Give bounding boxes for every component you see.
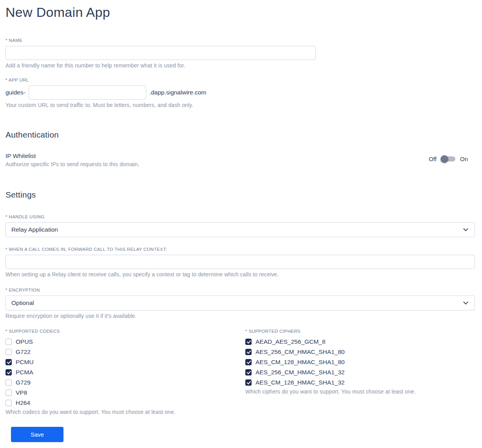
checkbox-icon[interactable] [245, 369, 252, 375]
checkbox-icon[interactable] [5, 400, 12, 406]
cipher-option-label: AES_CM_128_HMAC_SHA1_32 [255, 379, 344, 386]
codec-option-label: OPUS [16, 338, 33, 345]
name-help: Add a friendly name for this number to h… [5, 62, 475, 69]
checkbox-icon[interactable] [245, 349, 252, 355]
encryption-value: Optional [11, 299, 34, 307]
ip-whitelist-text: IP Whitelist Authorize specific IPs to s… [5, 152, 140, 167]
app-url-row: guides- .dapp.signalwire.com [5, 85, 475, 100]
page-title: New Domain App [5, 5, 475, 20]
app-url-suffix: .dapp.signalwire.com [149, 89, 207, 96]
codec-option-vp8[interactable]: VP8 [5, 388, 245, 398]
relay-context-label: * WHEN A CALL COMES IN, FORWARD CALL TO … [5, 247, 475, 252]
cipher-option-aes-cm-128-hmac-sha1-32[interactable]: AES_CM_128_HMAC_SHA1_32 [245, 377, 475, 388]
checkbox-icon[interactable] [5, 349, 12, 355]
handle-using-value: Relay Application [11, 226, 58, 233]
ip-whitelist-label: IP Whitelist [5, 152, 140, 160]
checkbox-icon[interactable] [5, 390, 12, 396]
codec-option-label: H264 [16, 399, 30, 406]
encryption-field: * ENCRYPTION Optional Require encryption… [5, 288, 475, 319]
ip-whitelist-help: Authorize specific IPs to send requests … [5, 161, 140, 167]
checkbox-icon[interactable] [245, 359, 252, 365]
cipher-option-label: AEAD_AES_256_GCM_8 [255, 338, 325, 345]
cipher-option-label: AES_256_CM_HMAC_SHA1_32 [255, 369, 344, 376]
name-field: * NAME Add a friendly name for this numb… [5, 38, 475, 69]
codec-option-label: PCMU [16, 359, 34, 366]
app-url-field: * APP URL guides- .dapp.signalwire.com Y… [5, 78, 475, 108]
relay-context-input[interactable] [5, 255, 475, 269]
codec-option-label: G722 [16, 348, 31, 355]
relay-context-help: When setting up a Relay client to receiv… [5, 271, 475, 278]
checkbox-icon[interactable] [245, 379, 252, 386]
chevron-down-icon [463, 299, 468, 305]
supported-codecs-label: * SUPPORTED CODECS [5, 329, 245, 334]
codec-option-label: VP8 [16, 389, 27, 396]
app-url-label: * APP URL [5, 78, 475, 82]
codec-option-g729[interactable]: G729 [5, 377, 245, 388]
checkbox-icon[interactable] [5, 339, 12, 345]
encryption-label: * ENCRYPTION [5, 288, 475, 292]
codec-option-g722[interactable]: G722 [5, 347, 245, 357]
toggle-on-label: On [460, 156, 468, 162]
codec-option-opus[interactable]: OPUS [5, 337, 245, 347]
codec-option-pcma[interactable]: PCMA [5, 367, 245, 377]
relay-context-field: * WHEN A CALL COMES IN, FORWARD CALL TO … [5, 247, 475, 278]
toggle-off-label: Off [429, 156, 437, 162]
codec-cipher-columns: * SUPPORTED CODECS OPUS G722 PCMU PCMA G… [5, 329, 475, 415]
name-label: * NAME [5, 38, 475, 43]
checkbox-icon[interactable] [245, 339, 252, 345]
name-input[interactable] [5, 46, 316, 60]
cipher-option-aes-cm-128-hmac-sha1-80[interactable]: AES_CM_128_HMAC_SHA1_80 [245, 357, 475, 367]
cipher-option-aead-aes-256-gcm-8[interactable]: AEAD_AES_256_GCM_8 [245, 337, 475, 347]
app-url-prefix: guides- [5, 89, 25, 96]
codec-option-label: G729 [16, 379, 31, 386]
supported-ciphers-label: * SUPPORTED CIPHERS [245, 329, 475, 334]
cipher-option-label: AES_256_CM_HMAC_SHA1_80 [255, 348, 344, 355]
app-url-help: Your custom URL to send traffic to. Must… [5, 102, 475, 108]
save-button[interactable]: Save [11, 427, 63, 442]
supported-codecs-help: Which codecs do you want to support. You… [5, 409, 245, 415]
handle-using-field: * HANDLE USING Relay Application [5, 214, 475, 237]
cipher-option-aes-256-cm-hmac-sha1-32[interactable]: AES_256_CM_HMAC_SHA1_32 [245, 367, 475, 377]
new-domain-app-form: New Domain App * NAME Add a friendly nam… [5, 5, 475, 442]
toggle-knob-icon [440, 155, 448, 163]
ip-whitelist-toggle-group: Off On [429, 156, 475, 162]
handle-using-label: * HANDLE USING [5, 214, 475, 219]
checkbox-icon[interactable] [5, 379, 12, 386]
checkbox-icon[interactable] [5, 369, 12, 375]
supported-ciphers-group: * SUPPORTED CIPHERS AEAD_AES_256_GCM_8 A… [245, 329, 475, 415]
encryption-select[interactable]: Optional [5, 296, 475, 310]
supported-ciphers-help: Which ciphers do you want to support. Yo… [245, 388, 475, 395]
supported-codecs-group: * SUPPORTED CODECS OPUS G722 PCMU PCMA G… [5, 329, 245, 415]
codec-option-label: PCMA [16, 369, 33, 376]
cipher-option-aes-256-cm-hmac-sha1-80[interactable]: AES_256_CM_HMAC_SHA1_80 [245, 347, 475, 357]
cipher-option-label: AES_CM_128_HMAC_SHA1_80 [255, 359, 344, 366]
settings-heading: Settings [5, 190, 475, 200]
handle-using-select[interactable]: Relay Application [5, 222, 475, 237]
encryption-help: Require encryption or optionally use it … [5, 313, 475, 319]
authentication-heading: Authentication [5, 130, 475, 140]
codec-option-pcmu[interactable]: PCMU [5, 357, 245, 367]
ip-whitelist-row: IP Whitelist Authorize specific IPs to s… [5, 152, 475, 167]
codec-option-h264[interactable]: H264 [5, 398, 245, 408]
chevron-down-icon [463, 226, 468, 231]
ip-whitelist-toggle[interactable] [441, 156, 455, 161]
checkbox-icon[interactable] [5, 359, 12, 365]
app-url-input[interactable] [29, 85, 146, 100]
